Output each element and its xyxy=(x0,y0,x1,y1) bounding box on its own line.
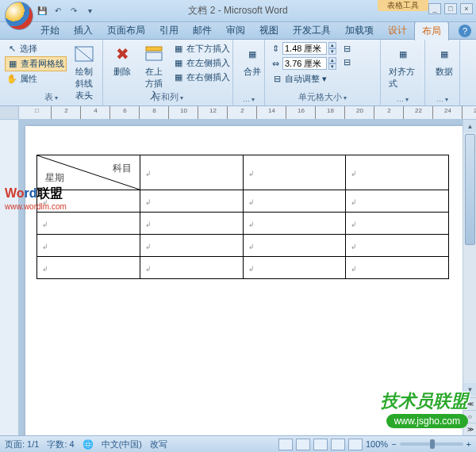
width-icon: ⇔ xyxy=(270,58,281,69)
table-cell[interactable]: ↲ xyxy=(243,257,346,279)
table-cell[interactable]: ↲ xyxy=(140,213,243,235)
table-cell[interactable]: ↲ xyxy=(140,235,243,257)
status-mode[interactable]: 改写 xyxy=(150,439,167,450)
group-label[interactable]: 单元格大小 xyxy=(265,90,380,105)
table-row: ↲↲↲↲ xyxy=(37,257,449,279)
tab-home[interactable]: 开始 xyxy=(33,21,67,40)
table-cell[interactable]: ↲ xyxy=(346,190,449,213)
ribbon-tabs: 开始 插入 页面布局 引用 邮件 审阅 视图 开发工具 加载项 设计 布局 ? xyxy=(0,22,476,40)
tab-mailings[interactable]: 邮件 xyxy=(186,21,219,40)
table-cell[interactable]: ↲ xyxy=(140,155,243,190)
tab-developer[interactable]: 开发工具 xyxy=(286,21,338,40)
document-viewport[interactable]: 科目 星期 ↲ ↲ ↲ ↲↲↲↲ ↲↲↲↲ ↲↲↲↲ ↲↲↲↲ ▲ ▼ ≪ ○ xyxy=(19,120,476,435)
row-below-icon: ▦ xyxy=(173,44,184,55)
diagonal-icon xyxy=(73,44,95,64)
autofit-button[interactable]: ⊟自动调整 ▾ xyxy=(270,72,336,86)
zoom-in-icon[interactable]: + xyxy=(466,439,471,449)
vertical-scrollbar[interactable]: ▲ ▼ ≪ ○ ≫ xyxy=(463,120,476,435)
tab-addins[interactable]: 加载项 xyxy=(338,21,381,40)
row-height-spinner[interactable]: ⇕ ▴▾ xyxy=(270,42,336,55)
tab-layout[interactable]: 布局 xyxy=(414,21,449,40)
tab-design[interactable]: 设计 xyxy=(381,21,414,40)
tab-page-layout[interactable]: 页面布局 xyxy=(100,21,152,40)
distribute-rows-icon: ⊟ xyxy=(341,43,352,54)
header-top-label[interactable]: 科目 xyxy=(113,162,132,175)
close-button[interactable]: × xyxy=(460,3,473,14)
diagonal-header-cell[interactable]: 科目 星期 xyxy=(37,155,140,190)
table-cell[interactable]: ↲ xyxy=(37,257,140,279)
view-print-layout[interactable] xyxy=(278,439,293,450)
table-cell[interactable]: ↲ xyxy=(243,235,346,257)
svg-rect-3 xyxy=(146,47,162,51)
save-icon[interactable]: 💾 xyxy=(35,4,49,18)
tab-review[interactable]: 审阅 xyxy=(219,21,252,40)
table-row: ↲↲↲↲ xyxy=(37,213,449,235)
table-cell[interactable]: ↲ xyxy=(346,257,449,279)
view-draft[interactable] xyxy=(348,439,363,450)
table-cell[interactable]: ↲ xyxy=(243,213,346,235)
horizontal-ruler[interactable]: □246810122141618202222426384042 xyxy=(0,106,476,120)
watermark-wordlm: Word联盟 www.wordlm.com xyxy=(5,186,67,211)
document-table[interactable]: 科目 星期 ↲ ↲ ↲ ↲↲↲↲ ↲↲↲↲ ↲↲↲↲ ↲↲↲↲ xyxy=(36,155,449,279)
scroll-up-icon[interactable]: ▲ xyxy=(463,120,476,132)
properties-button[interactable]: ✋属性 xyxy=(5,72,67,86)
status-language[interactable]: 中文(中国) xyxy=(102,439,142,450)
tab-references[interactable]: 引用 xyxy=(152,21,186,40)
redo-icon[interactable]: ↷ xyxy=(67,4,81,18)
scroll-thumb[interactable] xyxy=(465,134,475,245)
view-fullscreen[interactable] xyxy=(296,439,310,450)
qat-dropdown-icon[interactable]: ▾ xyxy=(83,4,97,18)
tab-insert[interactable]: 插入 xyxy=(67,21,100,40)
table-cell[interactable]: ↲ xyxy=(346,155,449,190)
table-cell[interactable]: ↲ xyxy=(346,235,449,257)
row-height-input[interactable] xyxy=(282,42,327,55)
gridlines-button[interactable]: ▦查看网格线 xyxy=(5,56,67,71)
restore-button[interactable]: □ xyxy=(444,3,457,14)
distribute-cols-button[interactable]: ⊟ xyxy=(340,56,354,68)
table-cell[interactable]: ↲ xyxy=(243,190,346,213)
help-icon[interactable]: ? xyxy=(459,25,471,37)
col-width-spinner[interactable]: ⇔ ▴▾ xyxy=(270,57,336,70)
zoom-slider[interactable] xyxy=(400,442,463,446)
undo-icon[interactable]: ↶ xyxy=(51,4,65,18)
group-label[interactable]: … xyxy=(425,94,459,105)
table-cell[interactable]: ↲ xyxy=(140,257,243,279)
table-cell[interactable]: ↲ xyxy=(37,235,140,257)
insert-left-button[interactable]: ▦在左侧插入 xyxy=(171,56,232,70)
window-title: 文档 2 - Microsoft Word xyxy=(188,4,287,17)
status-words[interactable]: 字数: 4 xyxy=(47,439,74,450)
col-width-input[interactable] xyxy=(282,57,327,70)
header-bottom-label[interactable]: 星期 xyxy=(45,171,64,185)
insert-above-icon xyxy=(143,44,165,64)
minimize-button[interactable]: _ xyxy=(428,3,441,14)
svg-line-1 xyxy=(75,47,93,61)
svg-rect-2 xyxy=(146,52,162,60)
table-row: 科目 星期 ↲ ↲ ↲ xyxy=(37,155,449,190)
ruler-corner[interactable] xyxy=(0,106,19,120)
status-page[interactable]: 页面: 1/1 xyxy=(5,439,39,450)
tab-view[interactable]: 视图 xyxy=(252,21,286,40)
autofit-icon: ⊟ xyxy=(271,74,282,85)
office-button[interactable] xyxy=(5,2,33,30)
context-tab-label: 表格工具 xyxy=(378,0,428,11)
view-web[interactable] xyxy=(313,439,328,450)
vertical-ruler[interactable] xyxy=(0,120,19,435)
insert-below-button[interactable]: ▦在下方插入 xyxy=(171,42,232,56)
select-button[interactable]: ↖选择 xyxy=(5,42,67,56)
group-label[interactable]: 行和列 xyxy=(103,90,232,105)
zoom-out-icon[interactable]: − xyxy=(391,439,396,449)
table-cell[interactable]: ↲ xyxy=(346,213,449,235)
table-cell[interactable]: ↲ xyxy=(243,155,346,190)
group-label[interactable]: 表 xyxy=(0,90,102,105)
table-cell[interactable]: ↲ xyxy=(37,213,140,235)
group-label[interactable]: … xyxy=(233,94,264,105)
document-area: 科目 星期 ↲ ↲ ↲ ↲↲↲↲ ↲↲↲↲ ↲↲↲↲ ↲↲↲↲ ▲ ▼ ≪ ○ xyxy=(0,120,476,435)
view-outline[interactable] xyxy=(331,439,345,450)
delete-icon: ✖ xyxy=(111,44,133,64)
group-label[interactable]: … xyxy=(381,94,424,105)
col-left-icon: ▦ xyxy=(173,58,184,69)
zoom-level[interactable]: 100% xyxy=(366,439,388,449)
table-cell[interactable]: ↲ xyxy=(140,190,243,213)
insert-right-button[interactable]: ▦在右侧插入 xyxy=(171,71,232,84)
distribute-rows-button[interactable]: ⊟ xyxy=(340,42,354,55)
